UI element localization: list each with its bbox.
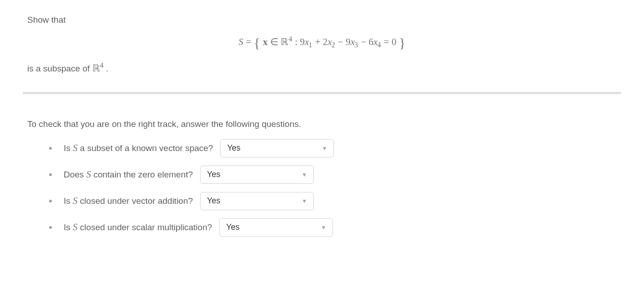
equation-display: S = { x ∈ ℝ4 : 9x1 + 2x2 − 9x3 − 6x4 = 0… [27,35,617,51]
math-S: S [73,142,78,153]
bullet-icon [49,200,52,202]
check-intro: To check that you are on the right track… [27,118,617,131]
dropdown-value: Yes [227,143,240,153]
label-suffix: contain the zero element? [91,170,193,179]
dropdown-value: Yes [226,222,239,232]
list-item: Is S closed under scalar multiplication?… [49,218,617,237]
label-suffix: closed under scalar multiplication? [78,222,212,232]
label-prefix: Is [64,143,73,153]
section-divider [23,92,621,94]
outro-prefix: is a subspace of [27,64,92,73]
bullet-icon [49,147,52,150]
chevron-down-icon: ▼ [321,224,326,231]
label-prefix: Is [64,196,73,206]
answer-dropdown-2[interactable]: Yes ▼ [200,166,314,184]
bullet-icon [49,173,52,176]
list-item: Is S a subset of a known vector space? Y… [49,139,617,157]
list-item: Is S closed under vector addition? Yes ▼ [49,192,617,210]
answer-dropdown-1[interactable]: Yes ▼ [220,139,334,157]
math-S: S [86,169,91,180]
outro-suffix: . [104,64,109,73]
math-S: S [73,222,78,232]
question-label: Does S contain the zero element? [64,169,193,180]
chevron-down-icon: ▼ [302,172,307,178]
answer-dropdown-4[interactable]: Yes ▼ [219,218,333,237]
dropdown-value: Yes [207,170,220,179]
chevron-down-icon: ▼ [322,145,327,152]
label-prefix: Does [64,170,86,179]
label-suffix: closed under vector addition? [78,196,193,206]
chevron-down-icon: ▼ [302,198,307,204]
list-item: Does S contain the zero element? Yes ▼ [49,166,617,184]
problem-outro: is a subspace of ℝ4 . [27,61,617,76]
math-S: S [73,195,78,206]
question-label: Is S a subset of a known vector space? [64,142,213,154]
label-suffix: a subset of a known vector space? [78,143,213,153]
dropdown-value: Yes [207,196,220,206]
label-prefix: Is [64,222,73,232]
space-symbol: ℝ4 [92,63,104,74]
problem-intro: Show that [27,14,617,27]
question-label: Is S closed under scalar multiplication? [64,222,212,233]
question-label: Is S closed under vector addition? [64,195,193,207]
answer-dropdown-3[interactable]: Yes ▼ [200,192,314,210]
bullet-icon [49,226,52,229]
question-list: Is S a subset of a known vector space? Y… [27,139,617,237]
